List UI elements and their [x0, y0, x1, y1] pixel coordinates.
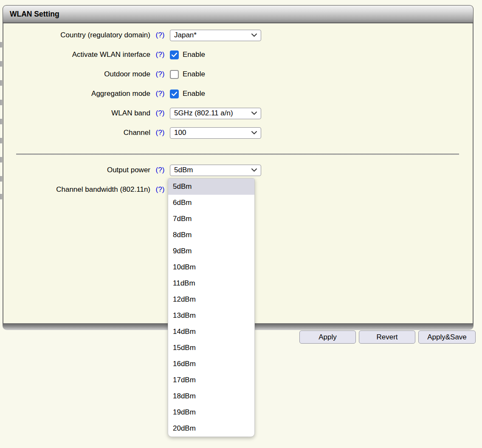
form-row-country: Country (regulatory domain) (?) Japan*: [3, 25, 473, 45]
outdoor-mode-checkbox-label: Enable: [183, 70, 205, 78]
panel-title: WLAN Setting: [10, 10, 59, 19]
aggregation-mode-help-link[interactable]: (?): [150, 90, 170, 98]
form-row-aggregation-mode: Aggregation mode (?) Enable: [3, 84, 473, 104]
dropdown-option[interactable]: 15dBm: [168, 340, 254, 356]
outdoor-mode-help-link[interactable]: (?): [150, 70, 170, 78]
aggregation-mode-checkbox[interactable]: [170, 90, 179, 98]
activate-wlan-label: Activate WLAN interface: [3, 50, 150, 59]
dropdown-option[interactable]: 16dBm: [168, 356, 254, 372]
revert-button[interactable]: Revert: [359, 330, 415, 344]
channel-select-value: 100: [174, 129, 186, 137]
dropdown-option[interactable]: 12dBm: [168, 291, 254, 308]
dropdown-option[interactable]: 14dBm: [168, 324, 254, 340]
dropdown-option[interactable]: 19dBm: [168, 404, 254, 420]
aggregation-mode-checkbox-label: Enable: [183, 90, 205, 98]
chevron-down-icon: [251, 131, 257, 134]
form-row-output-power: Output power (?) 5dBm: [3, 160, 473, 180]
country-select-value: Japan*: [174, 31, 197, 39]
section-divider: [16, 154, 459, 155]
dropdown-option[interactable]: 10dBm: [168, 259, 254, 275]
dropdown-option[interactable]: 17dBm: [168, 372, 254, 388]
channel-select[interactable]: 100: [170, 127, 261, 139]
chevron-down-icon: [251, 168, 257, 172]
dropdown-option[interactable]: 7dBm: [168, 211, 254, 227]
form-row-activate-wlan: Activate WLAN interface (?) Enable: [3, 45, 473, 64]
panel-edge-tick: [0, 42, 2, 48]
activate-wlan-help-link[interactable]: (?): [150, 50, 170, 59]
wlan-form: Country (regulatory domain) (?) Japan* A…: [3, 23, 473, 199]
dropdown-option[interactable]: 13dBm: [168, 308, 254, 324]
dropdown-option[interactable]: 18dBm: [168, 388, 254, 404]
dropdown-option[interactable]: 5dBm: [168, 179, 254, 195]
country-help-link[interactable]: (?): [150, 31, 170, 39]
dropdown-option[interactable]: 20dBm: [168, 420, 254, 437]
channel-bandwidth-label: Channel bandwidth (802.11n): [3, 185, 150, 194]
wlan-band-label: WLAN band: [3, 109, 150, 118]
panel-edge-tick: [0, 80, 2, 86]
form-row-wlan-band: WLAN band (?) 5GHz (802.11 a/n): [3, 104, 473, 123]
country-select[interactable]: Japan*: [170, 30, 261, 41]
aggregation-mode-label: Aggregation mode: [3, 90, 150, 98]
form-row-channel: Channel (?) 100: [3, 123, 473, 143]
checkmark-icon: [172, 92, 177, 96]
checkmark-icon: [172, 53, 177, 57]
chevron-down-icon: [251, 34, 257, 37]
panel-edge-tick: [0, 157, 2, 162]
output-power-help-link[interactable]: (?): [150, 166, 170, 174]
dropdown-option[interactable]: 6dBm: [168, 195, 254, 211]
panel-header: WLAN Setting: [3, 5, 474, 23]
channel-bandwidth-help-link[interactable]: (?): [150, 185, 170, 194]
footer-button-row: Apply Revert Apply&Save: [299, 330, 476, 344]
dropdown-option[interactable]: 8dBm: [168, 227, 254, 243]
apply-button[interactable]: Apply: [299, 330, 356, 344]
output-power-select[interactable]: 5dBm: [170, 165, 261, 176]
panel-edge-tick: [0, 119, 2, 124]
wlan-band-help-link[interactable]: (?): [150, 109, 170, 118]
chevron-down-icon: [251, 112, 257, 115]
outdoor-mode-checkbox[interactable]: [170, 70, 179, 79]
country-label: Country (regulatory domain): [3, 31, 150, 39]
form-row-outdoor-mode: Outdoor mode (?) Enable: [3, 64, 473, 84]
panel-edge-tick: [0, 61, 2, 67]
activate-wlan-checkbox[interactable]: [170, 50, 179, 59]
panel-edge-tick: [0, 194, 2, 199]
panel-edge-tick: [0, 138, 2, 143]
panel-edge-tick: [0, 176, 2, 182]
panel-edge-tick: [0, 100, 2, 105]
output-power-label: Output power: [3, 166, 150, 174]
wlan-band-select[interactable]: 5GHz (802.11 a/n): [170, 108, 261, 119]
apply-save-button[interactable]: Apply&Save: [418, 330, 476, 344]
output-power-dropdown-list: 5dBm 6dBm 7dBm 8dBm 9dBm 10dBm 11dBm 12d…: [168, 178, 255, 437]
channel-label: Channel: [3, 129, 150, 137]
wlan-band-select-value: 5GHz (802.11 a/n): [174, 109, 233, 118]
channel-help-link[interactable]: (?): [150, 129, 170, 137]
activate-wlan-checkbox-label: Enable: [183, 50, 205, 59]
dropdown-option[interactable]: 9dBm: [168, 243, 254, 259]
output-power-select-value: 5dBm: [174, 166, 193, 174]
dropdown-option[interactable]: 11dBm: [168, 275, 254, 291]
outdoor-mode-label: Outdoor mode: [3, 70, 150, 78]
